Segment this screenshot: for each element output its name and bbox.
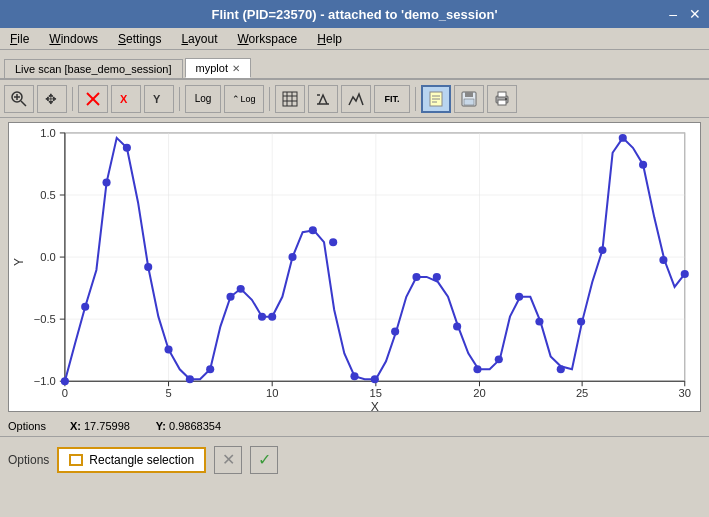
svg-text:X: X [371,400,379,411]
svg-point-98 [659,256,667,264]
tab-myplot-label: myplot [196,62,228,74]
menu-workspace[interactable]: Workspace [231,31,303,47]
y-axis-button[interactable]: Y [144,85,174,113]
tab-live-scan-label: Live scan [base_demo_session] [15,63,172,75]
minimize-button[interactable]: – [665,6,681,22]
svg-rect-21 [465,92,473,97]
remove-curve-button[interactable] [78,85,108,113]
svg-point-68 [61,377,69,385]
svg-point-86 [412,273,420,281]
print-button[interactable] [487,85,517,113]
svg-point-99 [681,270,689,278]
svg-line-1 [21,101,26,106]
sep2 [179,87,180,111]
window-title: Flint (PID=23570) - attached to 'demo_se… [211,7,497,22]
svg-text:−0.5: −0.5 [34,313,56,325]
close-button[interactable]: ✕ [685,6,705,22]
svg-point-75 [206,365,214,373]
menu-layout[interactable]: Layout [175,31,223,47]
options-prefix: Options [8,420,46,432]
x-axis-button[interactable]: X [111,85,141,113]
plot-area: 0 5 10 15 20 25 30 X 1.0 0.5 0.0 −0. [8,122,701,412]
svg-point-76 [226,293,234,301]
svg-point-87 [433,273,441,281]
logx-button[interactable]: Log [185,85,221,113]
svg-text:✥: ✥ [45,91,57,107]
menu-help[interactable]: Help [311,31,348,47]
svg-text:−1.0: −1.0 [34,375,56,387]
svg-point-72 [144,263,152,271]
options-label: Options [8,453,49,467]
ok-icon: ✓ [258,450,271,469]
svg-point-91 [515,293,523,301]
menu-file[interactable]: File [4,31,35,47]
normalize-button[interactable] [308,85,338,113]
svg-point-70 [102,179,110,187]
svg-point-92 [535,318,543,326]
svg-rect-24 [498,92,506,97]
svg-point-82 [329,238,337,246]
svg-point-88 [453,323,461,331]
svg-text:0: 0 [62,387,68,399]
sep4 [415,87,416,111]
cancel-icon: ✕ [222,450,235,469]
x-value: 17.75998 [84,420,130,432]
rectangle-icon [69,454,83,466]
tabs: Live scan [base_demo_session] myplot ✕ [0,50,709,80]
peaks-button[interactable] [341,85,371,113]
svg-text:0.0: 0.0 [40,251,56,263]
svg-point-90 [495,355,503,363]
y-label-group: Y: 0.9868354 [150,420,221,432]
svg-text:10: 10 [266,387,278,399]
svg-point-95 [598,246,606,254]
notes-button[interactable] [421,85,451,113]
svg-text:25: 25 [576,387,588,399]
svg-text:Y: Y [153,93,161,105]
pan-button[interactable]: ✥ [37,85,67,113]
svg-point-73 [164,345,172,353]
svg-point-89 [473,365,481,373]
svg-point-94 [577,318,585,326]
tab-myplot-close[interactable]: ✕ [232,63,240,74]
save-button[interactable] [454,85,484,113]
logy-button[interactable]: ⌃Log [224,85,264,113]
menubar: File Windows Settings Layout Workspace H… [0,28,709,50]
svg-rect-25 [498,100,506,105]
svg-point-80 [288,253,296,261]
svg-text:0.5: 0.5 [40,189,56,201]
rectangle-selection-button[interactable]: Rectangle selection [57,447,206,473]
titlebar: Flint (PID=23570) - attached to 'demo_se… [0,0,709,28]
rectangle-selection-label: Rectangle selection [89,453,194,467]
svg-text:5: 5 [165,387,171,399]
sep3 [269,87,270,111]
svg-point-93 [557,365,565,373]
svg-point-77 [237,285,245,293]
svg-point-71 [123,144,131,152]
statusbar: Options X: 17.75998 Y: 0.9868354 [0,416,709,436]
svg-text:Y: Y [12,258,26,266]
ok-button[interactable]: ✓ [250,446,278,474]
tab-myplot[interactable]: myplot ✕ [185,58,251,78]
svg-point-85 [391,328,399,336]
cancel-button[interactable]: ✕ [214,446,242,474]
grid-button[interactable] [275,85,305,113]
svg-point-97 [639,161,647,169]
svg-point-81 [309,226,317,234]
svg-point-69 [81,303,89,311]
zoom-button[interactable] [4,85,34,113]
menu-settings[interactable]: Settings [112,31,167,47]
svg-point-84 [371,375,379,383]
svg-text:30: 30 [679,387,691,399]
svg-point-83 [350,372,358,380]
fit-button[interactable]: FIT. [374,85,410,113]
svg-rect-13 [283,92,297,106]
svg-point-78 [258,313,266,321]
svg-point-26 [505,98,507,100]
tab-live-scan[interactable]: Live scan [base_demo_session] [4,59,183,78]
x-label-group: X: 17.75998 [70,420,130,432]
menu-windows[interactable]: Windows [43,31,104,47]
plot-svg: 0 5 10 15 20 25 30 X 1.0 0.5 0.0 −0. [9,123,700,411]
svg-rect-22 [464,99,474,105]
svg-point-96 [619,134,627,142]
titlebar-controls: – ✕ [665,6,705,22]
